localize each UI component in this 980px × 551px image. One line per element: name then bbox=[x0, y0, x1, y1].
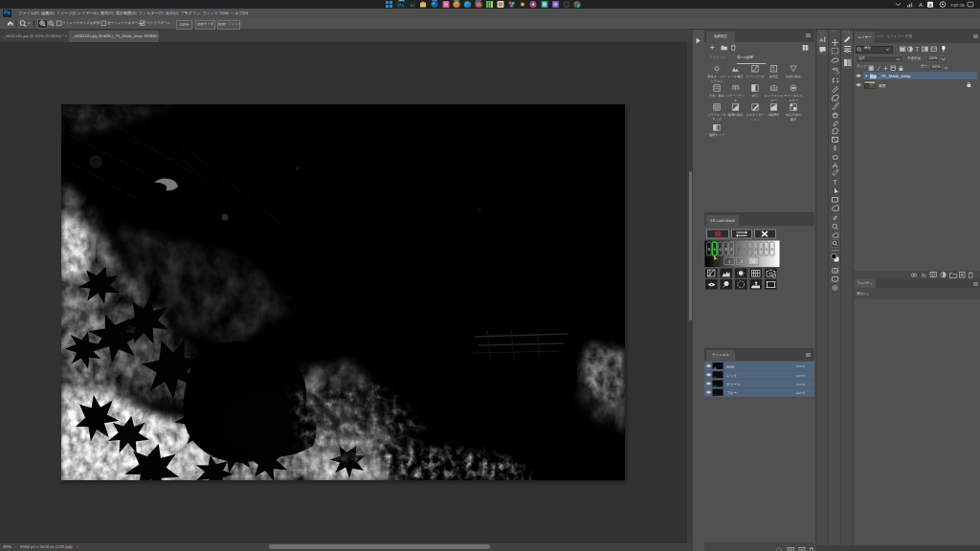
svg-text:白黒: 白黒 bbox=[752, 94, 759, 98]
svg-text:2階調化: 2階調化 bbox=[768, 113, 780, 117]
svg-text:7:07:26: 7:07:26 bbox=[950, 3, 965, 8]
svg-text:キサー: キサー bbox=[789, 99, 798, 102]
svg-text:ポスタリゼー: ポスタリゼー bbox=[746, 113, 765, 117]
svg-text:Ps: Ps bbox=[398, 3, 404, 8]
svg-text:_TK_Mask_temp: _TK_Mask_temp bbox=[878, 74, 911, 78]
svg-text:カラールック: カラールック bbox=[707, 113, 726, 117]
svg-text:fx: fx bbox=[922, 273, 927, 279]
svg-text:レッド: レッド bbox=[726, 373, 737, 377]
svg-text:RGB: RGB bbox=[726, 364, 734, 368]
svg-text:明るさ・コン: 明るさ・コン bbox=[707, 75, 725, 78]
svg-text:A: A bbox=[919, 2, 923, 9]
svg-text:トラスト: トラスト bbox=[710, 79, 723, 83]
svg-text:ター: ター bbox=[770, 99, 776, 102]
svg-text:背景: 背景 bbox=[879, 83, 886, 88]
svg-text:ション: ション bbox=[750, 118, 760, 121]
svg-text:T: T bbox=[916, 47, 920, 54]
svg-text:露光量: 露光量 bbox=[769, 75, 779, 78]
svg-text:階調マップ: 階調マップ bbox=[709, 133, 725, 137]
svg-text:レベル補正: レベル補正 bbox=[727, 75, 744, 78]
svg-text:特定色域の: 特定色域の bbox=[786, 113, 802, 117]
svg-text:カラーバラン: カラーバラン bbox=[726, 94, 746, 98]
svg-text:色相・彩度: 色相・彩度 bbox=[709, 94, 725, 98]
svg-text:T: T bbox=[833, 180, 837, 187]
svg-text:Ctrl+2: Ctrl+2 bbox=[796, 364, 805, 368]
svg-text:Lr: Lr bbox=[411, 3, 414, 8]
svg-text:ス: ス bbox=[734, 99, 737, 102]
svg-text:レンズフィル: レンズフィル bbox=[765, 94, 784, 98]
svg-text:ブルー: ブルー bbox=[726, 391, 737, 395]
svg-text:トーンカーブ: トーンカーブ bbox=[746, 75, 765, 78]
svg-text:チャンネルミ: チャンネルミ bbox=[784, 94, 803, 98]
svg-text:アップ: アップ bbox=[712, 118, 723, 121]
svg-text:階調の反転: 階調の反転 bbox=[727, 113, 744, 117]
svg-text:Ctrl+5: Ctrl+5 bbox=[796, 391, 805, 395]
svg-text:Ctrl+3: Ctrl+3 bbox=[796, 373, 805, 377]
svg-text:自然な彩度: 自然な彩度 bbox=[786, 75, 802, 78]
svg-text:グリーン: グリーン bbox=[726, 383, 741, 386]
svg-text:Ctrl+4: Ctrl+4 bbox=[796, 382, 805, 386]
svg-text:A: A bbox=[819, 37, 823, 44]
svg-text:選択: 選択 bbox=[791, 118, 797, 121]
